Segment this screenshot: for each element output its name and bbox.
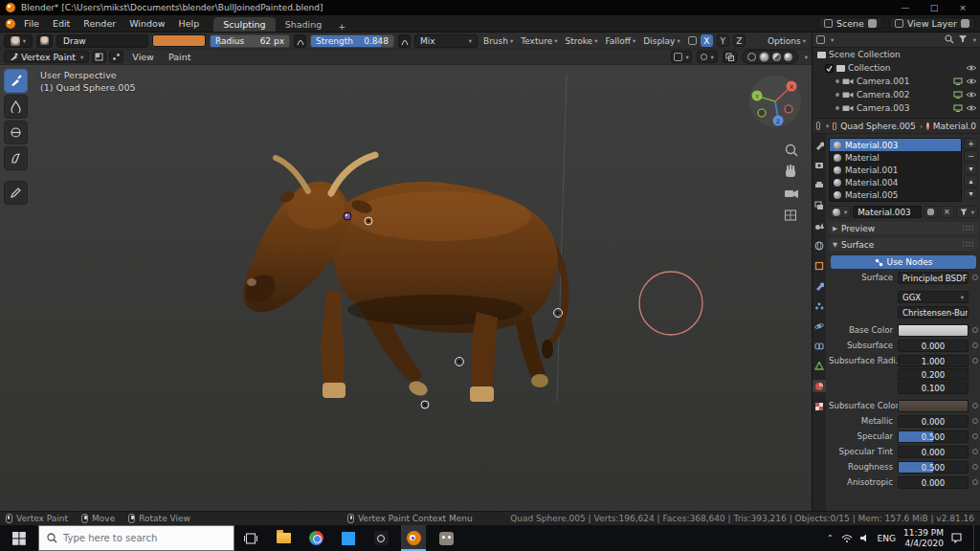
subsurface-method-dropdown[interactable]: Christensen-Bur..▾ <box>898 306 969 319</box>
vscode-button[interactable] <box>336 525 361 551</box>
panel-surface[interactable]: ▼ Surface <box>829 238 978 251</box>
xray-toggle[interactable] <box>723 51 737 63</box>
screen-icon[interactable] <box>953 77 963 85</box>
animate-dot[interactable] <box>972 358 978 364</box>
chevron-down-icon[interactable]: ▾ <box>973 36 976 44</box>
menu-render[interactable]: Render <box>77 15 122 32</box>
shading-solid-button[interactable] <box>760 53 768 61</box>
strength-slider[interactable]: Strength 0.848 <box>310 34 394 48</box>
animate-dot[interactable] <box>972 418 978 424</box>
task-view-button[interactable] <box>238 525 263 551</box>
tool-smear-button[interactable] <box>4 146 28 170</box>
material-name-field[interactable]: Material.003 <box>853 206 922 218</box>
animate-dot[interactable] <box>972 342 978 348</box>
action-center-icon[interactable] <box>951 533 962 543</box>
active-tool-dropdown[interactable]: ▾ <box>4 34 33 48</box>
base-color-swatch[interactable] <box>898 324 969 337</box>
breadcrumb-material[interactable]: Material.0 <box>933 121 976 131</box>
unlink-material-button[interactable]: × <box>940 206 954 218</box>
outliner-row-collection[interactable]: Collection <box>813 61 980 75</box>
camera-view-button[interactable] <box>785 190 798 199</box>
animate-dot[interactable] <box>972 479 978 485</box>
vertex-mask-toggle[interactable] <box>109 51 123 63</box>
subsurface-slider[interactable]: 0.000 <box>898 340 969 352</box>
new-scene-icon[interactable] <box>868 19 877 28</box>
mode-selector-dropdown[interactable]: Vertex Paint ▾ <box>4 51 89 63</box>
mirror-y-toggle[interactable]: Y <box>717 34 729 47</box>
tab-view-layer[interactable] <box>813 199 826 211</box>
chevron-down-icon[interactable]: ▾ <box>831 36 834 44</box>
new-material-button[interactable] <box>924 206 938 218</box>
breadcrumb-object[interactable]: Quad Sphere.005 <box>840 121 916 131</box>
metallic-slider[interactable]: 0.000 <box>898 415 969 428</box>
paint-mask-toggle[interactable] <box>92 51 106 63</box>
workspace-tab-sculpting[interactable]: Sculpting <box>213 17 275 32</box>
browse-material-dropdown[interactable]: ▾ <box>829 206 851 218</box>
options-popover[interactable]: Options▾ <box>766 36 808 46</box>
display-popover[interactable]: Display▾ <box>641 36 681 46</box>
taskbar-search[interactable] <box>38 525 234 551</box>
shading-material-button[interactable] <box>772 53 781 61</box>
animate-dot[interactable] <box>972 275 978 280</box>
strength-pressure-toggle[interactable] <box>398 34 411 48</box>
screen-icon[interactable] <box>953 104 963 112</box>
origin-marker[interactable] <box>421 401 429 408</box>
menu-edit[interactable]: Edit <box>46 15 77 32</box>
roughness-slider[interactable]: 0.500 <box>898 461 969 474</box>
start-button[interactable] <box>0 525 38 551</box>
scene-selector[interactable]: Scene <box>818 17 882 30</box>
menu-view[interactable]: View <box>126 52 160 62</box>
add-workspace-button[interactable]: + <box>331 21 352 32</box>
outliner-row-scene-collection[interactable]: Scene Collection <box>813 48 980 61</box>
distribution-dropdown[interactable]: GGX▾ <box>898 291 969 303</box>
close-button[interactable]: × <box>951 3 974 12</box>
outliner-filter-icon[interactable] <box>958 34 968 45</box>
chrome-button[interactable] <box>303 525 328 551</box>
remove-slot-button[interactable]: − <box>964 150 978 162</box>
mirror-x-toggle[interactable]: X <box>701 34 713 47</box>
subsurface-radius-y[interactable]: 0.200 <box>898 368 969 381</box>
wifi-icon[interactable] <box>841 534 853 542</box>
animate-dot[interactable] <box>972 433 978 439</box>
animate-dot[interactable] <box>972 327 978 333</box>
menu-help[interactable]: Help <box>172 15 207 32</box>
show-desktop-button[interactable] <box>973 525 977 551</box>
shading-rendered-button[interactable] <box>784 53 792 61</box>
outliner-editor-icon[interactable] <box>816 35 825 44</box>
tool-annotate-button[interactable] <box>4 181 28 205</box>
clock[interactable]: 11:39 PM 4/4/2020 <box>903 528 944 549</box>
workspace-tab-shading[interactable]: Shading <box>276 17 332 32</box>
zoom-button[interactable] <box>787 145 798 157</box>
eye-icon[interactable] <box>966 104 977 112</box>
origin-marker[interactable] <box>456 358 464 366</box>
animate-dot[interactable] <box>972 464 978 470</box>
new-view-layer-icon[interactable] <box>961 19 969 28</box>
tab-scene[interactable] <box>813 219 826 231</box>
tab-constraints[interactable] <box>813 340 826 352</box>
tab-particles[interactable] <box>813 299 826 312</box>
collection-checkbox[interactable] <box>825 64 834 73</box>
tab-output[interactable] <box>813 179 826 191</box>
menu-paint[interactable]: Paint <box>163 52 197 62</box>
minimize-button[interactable]: — <box>894 3 917 12</box>
menu-file[interactable]: File <box>17 15 46 32</box>
tool-draw-button[interactable] <box>4 69 28 93</box>
language-indicator[interactable]: ENG <box>878 534 896 543</box>
viewport-3d[interactable]: X Y Z <box>0 65 812 511</box>
subsurface-radius-x[interactable]: 1.000 <box>898 355 969 367</box>
gimp-button[interactable] <box>434 525 458 551</box>
blender-taskbar-button[interactable] <box>401 525 426 551</box>
tab-render[interactable] <box>813 159 826 171</box>
properties-editor-icon[interactable] <box>816 121 820 130</box>
panel-grip[interactable] <box>962 225 974 231</box>
anisotropic-slider[interactable]: 0.000 <box>898 476 969 489</box>
panel-preview[interactable]: ▶ Preview <box>829 222 978 234</box>
search-input[interactable] <box>63 533 216 543</box>
slot-move-down-button[interactable]: ▾ <box>964 187 978 199</box>
tray-expand-chevron[interactable]: ⌃ <box>827 534 834 542</box>
brush-name-field[interactable]: Draw <box>56 34 148 48</box>
outliner-search-icon[interactable] <box>945 34 954 46</box>
eye-icon[interactable] <box>966 77 977 85</box>
eye-icon[interactable] <box>966 64 977 72</box>
ortho-toggle-button[interactable] <box>786 210 796 220</box>
